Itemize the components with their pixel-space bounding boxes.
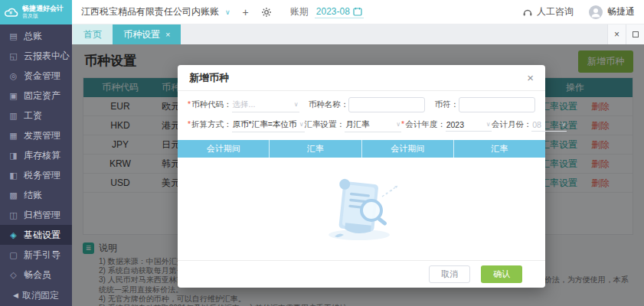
sidebar-item-closing[interactable]: ▩结账 bbox=[0, 185, 72, 205]
settings-icon: ◈ bbox=[8, 230, 18, 240]
currency-code-select[interactable]: 选择... ∨ bbox=[232, 98, 299, 112]
rate-setting-select[interactable]: 月汇率 ∨ bbox=[345, 118, 401, 132]
fullscreen-icon[interactable] bbox=[626, 24, 644, 44]
rate-setting-label: 汇率设置： bbox=[305, 119, 345, 130]
period-label: 账期 bbox=[290, 5, 309, 18]
conversion-method-label: 折算方式： bbox=[188, 119, 232, 130]
company-name: 江西税宝精品有限责任公司内账账 bbox=[81, 5, 219, 18]
topbar: 江西税宝精品有限责任公司内账账 ∨ + 账期 2023- bbox=[72, 0, 644, 24]
close-all-tabs-icon[interactable]: × bbox=[607, 24, 626, 44]
fixed-assets-icon: ▣ bbox=[8, 91, 18, 101]
sidebar-item-cloud-reports[interactable]: ◱云报表中心 bbox=[0, 46, 72, 66]
sidebar: ¥ 畅捷通好会计 普及版 ▤总账 ◱云报表中心 ◎资金管理 ▣固定资产 ▥工资 … bbox=[0, 0, 72, 306]
sidebar-item-inventory[interactable]: ◨库存核算 bbox=[0, 145, 72, 165]
main-area: 江西税宝精品有限责任公司内账账 ∨ + 账期 2023- bbox=[72, 0, 644, 306]
currency-name-label: 币种名称： bbox=[309, 99, 349, 110]
close-tab-icon[interactable]: × bbox=[165, 30, 170, 39]
avatar bbox=[589, 5, 603, 19]
fiscal-year-select[interactable]: 2023 ∨ bbox=[446, 119, 492, 132]
company-selector[interactable]: 江西税宝精品有限责任公司内账账 ∨ bbox=[81, 5, 230, 18]
app-logo: ¥ 畅捷通好会计 普及版 bbox=[0, 0, 72, 24]
calendar-icon bbox=[353, 7, 362, 16]
chevron-down-icon: ∨ bbox=[225, 8, 230, 16]
tab-currency-settings[interactable]: 币种设置 × bbox=[113, 24, 181, 44]
conversion-method-select[interactable]: 原币*汇率=本位币 ∨ bbox=[232, 118, 305, 132]
modal-form: 币种代码： 选择... ∨ 币种名称： 币符： bbox=[178, 91, 545, 140]
currency-name-input[interactable] bbox=[348, 97, 425, 112]
user-menu[interactable]: 畅捷通 bbox=[589, 5, 635, 19]
modal-footer: 取消 确认 bbox=[178, 260, 545, 288]
headset-icon bbox=[522, 7, 533, 17]
chevron-down-icon: ∨ bbox=[299, 121, 304, 128]
brand-title: 畅捷通好会计 bbox=[22, 5, 64, 13]
rate-table-empty-state bbox=[178, 158, 545, 260]
fiscal-month-label: 会计月份： bbox=[492, 119, 532, 130]
invoice-icon: ▦ bbox=[8, 131, 18, 141]
cloud-report-icon: ◱ bbox=[8, 51, 18, 61]
sidebar-item-membership[interactable]: ◇畅会员 bbox=[0, 265, 72, 285]
closing-icon: ▩ bbox=[8, 190, 18, 200]
unpin-sidebar-button[interactable]: ◀ 取消固定 bbox=[0, 285, 72, 306]
tab-home[interactable]: 首页 bbox=[73, 24, 113, 44]
fiscal-year-label: 会计年度： bbox=[401, 119, 446, 130]
fiscal-month-select[interactable]: 08 ∨ bbox=[531, 119, 567, 132]
sidebar-item-basic-settings[interactable]: ◈基础设置 bbox=[0, 225, 72, 245]
currency-symbol-label: 币符： bbox=[435, 99, 459, 110]
inventory-icon: ◨ bbox=[8, 151, 18, 161]
collapse-icon: ◀ bbox=[13, 291, 18, 299]
chevron-down-icon: ∨ bbox=[561, 121, 566, 128]
add-currency-modal: 新增币种 × 币种代码： 选择... ∨ 币种名称： bbox=[178, 65, 545, 288]
sidebar-item-general-ledger[interactable]: ▤总账 bbox=[0, 26, 72, 46]
chevron-down-icon: ∨ bbox=[486, 121, 491, 128]
sidebar-item-fixed-assets[interactable]: ▣固定资产 bbox=[0, 86, 72, 106]
sidebar-item-funds[interactable]: ◎资金管理 bbox=[0, 66, 72, 86]
username: 畅捷通 bbox=[607, 5, 635, 18]
content: 币种设置 新增币种 币种代码 币种名称 操作 EUR 欧元 汇率设置删除 bbox=[72, 44, 644, 306]
accounting-period: 账期 2023-08 bbox=[290, 5, 364, 18]
modal-title: 新增币种 bbox=[189, 71, 229, 85]
sidebar-item-archive[interactable]: ◫归档管理 bbox=[0, 205, 72, 225]
cancel-button[interactable]: 取消 bbox=[429, 265, 470, 283]
add-account-button[interactable]: + bbox=[243, 6, 249, 18]
guide-icon: ▢ bbox=[8, 250, 18, 260]
sidebar-item-tax[interactable]: ◧税务管理 bbox=[0, 165, 72, 185]
member-icon: ◇ bbox=[8, 270, 18, 280]
sidebar-item-invoices[interactable]: ▦发票管理 bbox=[0, 125, 72, 145]
sidebar-item-payroll[interactable]: ▥工资 bbox=[0, 106, 72, 125]
modal-close-icon[interactable]: × bbox=[527, 72, 534, 83]
customer-service-button[interactable]: 人工咨询 bbox=[522, 5, 574, 18]
svg-text:¥: ¥ bbox=[9, 10, 12, 15]
chevron-down-icon: ∨ bbox=[396, 121, 400, 128]
confirm-button[interactable]: 确认 bbox=[481, 265, 522, 283]
app-window: ¥ 畅捷通好会计 普及版 ▤总账 ◱云报表中心 ◎资金管理 ▣固定资产 ▥工资 … bbox=[0, 0, 644, 306]
currency-symbol-input[interactable] bbox=[459, 97, 535, 112]
gear-icon[interactable] bbox=[261, 7, 272, 18]
rate-table-header: 会计期间 汇率 会计期间 汇率 bbox=[178, 140, 545, 158]
sidebar-nav: ▤总账 ◱云报表中心 ◎资金管理 ▣固定资产 ▥工资 ▦发票管理 ◨库存核算 ◧… bbox=[0, 24, 72, 285]
tabbar: 首页 币种设置 × × bbox=[72, 24, 644, 44]
period-picker[interactable]: 2023-08 bbox=[315, 5, 364, 18]
payroll-icon: ▥ bbox=[8, 111, 18, 121]
chevron-down-icon: ∨ bbox=[294, 101, 299, 108]
archive-icon: ◫ bbox=[8, 210, 18, 220]
brand-subtitle: 普及版 bbox=[22, 13, 64, 19]
tax-icon: ◧ bbox=[8, 171, 18, 181]
empty-state-illustration bbox=[312, 171, 411, 247]
sidebar-item-beginner-guide[interactable]: ▢新手引导 bbox=[0, 245, 72, 265]
ledger-icon: ▤ bbox=[8, 31, 18, 41]
currency-code-label: 币种代码： bbox=[188, 99, 232, 110]
funds-icon: ◎ bbox=[8, 71, 18, 81]
cloud-logo-icon: ¥ bbox=[4, 7, 18, 18]
